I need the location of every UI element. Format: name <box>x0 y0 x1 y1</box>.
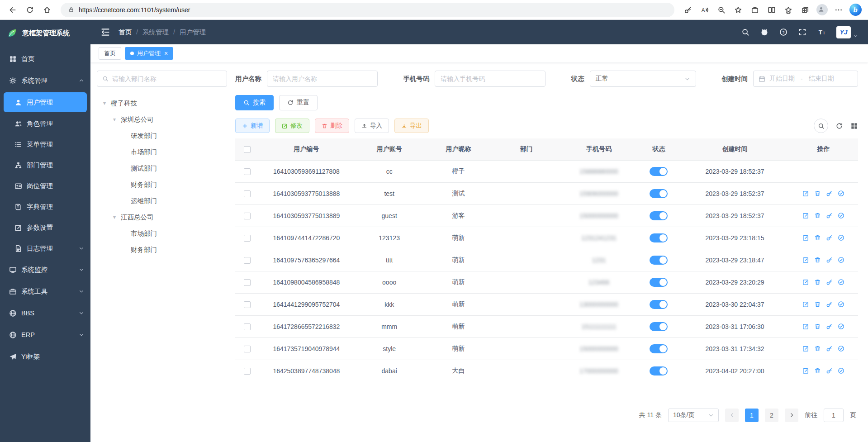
sidebar-item-system-management[interactable]: 系统管理 <box>0 70 90 91</box>
assign-role-icon[interactable] <box>838 367 844 374</box>
status-toggle[interactable] <box>650 300 668 309</box>
edit-icon[interactable] <box>802 190 809 197</box>
row-checkbox[interactable] <box>244 346 251 352</box>
import-button[interactable]: 导入 <box>355 119 389 133</box>
tree-expand-caret[interactable]: ▾ <box>111 214 118 220</box>
delete-icon[interactable] <box>814 279 821 285</box>
browser-refresh-button[interactable] <box>22 2 38 18</box>
edit-icon[interactable] <box>802 367 809 374</box>
edit-icon[interactable] <box>802 234 809 241</box>
search-button[interactable]: 搜索 <box>235 95 274 110</box>
reset-password-icon[interactable] <box>826 212 833 219</box>
prev-page-button[interactable] <box>725 409 739 422</box>
sidebar-item-system-tools[interactable]: 系统工具 <box>0 280 90 302</box>
status-toggle[interactable] <box>650 344 668 353</box>
date-range-picker[interactable]: 开始日期 - 结束日期 <box>753 71 858 87</box>
breadcrumb-item[interactable]: 系统管理 <box>142 28 169 37</box>
tree-expand-caret[interactable]: ▾ <box>111 116 118 123</box>
tree-node[interactable]: 测试部门 <box>97 160 227 176</box>
browser-address-bar[interactable]: https://ccnetcore.com:1101/system/user <box>61 3 674 17</box>
edit-button[interactable]: 修改 <box>275 119 309 133</box>
edit-icon[interactable] <box>802 301 809 308</box>
delete-icon[interactable] <box>814 323 821 330</box>
delete-icon[interactable] <box>814 257 821 263</box>
goto-page-input[interactable] <box>824 409 844 422</box>
row-checkbox[interactable] <box>244 168 251 175</box>
tree-node[interactable]: 财务部门 <box>97 176 227 193</box>
sidebar-item-dept-management[interactable]: 部门管理 <box>0 155 90 176</box>
sidebar-collapse-icon[interactable] <box>100 27 110 37</box>
tree-node[interactable]: 市场部门 <box>97 225 227 242</box>
browser-split-screen-button[interactable] <box>764 2 780 18</box>
page-size-select[interactable]: 10条/页 <box>668 409 719 422</box>
reset-password-icon[interactable] <box>826 190 833 197</box>
font-size-button[interactable]: TT <box>817 28 825 36</box>
delete-icon[interactable] <box>814 345 821 352</box>
sidebar-item-system-monitor[interactable]: 系统监控 <box>0 259 90 280</box>
browser-zoom-button[interactable] <box>713 2 730 18</box>
department-search-input[interactable] <box>112 75 222 82</box>
row-checkbox[interactable] <box>244 279 251 286</box>
status-toggle[interactable] <box>650 278 668 287</box>
row-checkbox[interactable] <box>244 301 251 308</box>
delete-icon[interactable] <box>814 190 821 197</box>
assign-role-icon[interactable] <box>838 345 844 352</box>
edit-icon[interactable] <box>802 212 809 219</box>
delete-button[interactable]: 删除 <box>315 119 349 133</box>
reset-password-icon[interactable] <box>826 279 833 285</box>
browser-home-button[interactable] <box>39 2 55 18</box>
browser-more-button[interactable] <box>830 2 847 18</box>
github-button[interactable] <box>760 28 768 36</box>
assign-role-icon[interactable] <box>838 301 844 308</box>
browser-password-key-button[interactable] <box>680 2 696 18</box>
export-button[interactable]: 导出 <box>394 119 429 133</box>
tree-node[interactable]: 研发部门 <box>97 128 227 144</box>
page-button-1[interactable]: 1 <box>745 409 759 422</box>
sidebar-item-post-management[interactable]: 岗位管理 <box>0 176 90 196</box>
sidebar-item-role-management[interactable]: 角色管理 <box>0 113 90 134</box>
reset-password-icon[interactable] <box>826 367 833 374</box>
delete-icon[interactable] <box>814 212 821 219</box>
breadcrumb-item[interactable]: 首页 <box>119 28 132 37</box>
status-toggle[interactable] <box>650 256 668 265</box>
assign-role-icon[interactable] <box>838 190 844 197</box>
browser-read-aloud-button[interactable]: A <box>697 2 713 18</box>
page-button-2[interactable]: 2 <box>765 409 778 422</box>
status-toggle[interactable] <box>650 189 668 198</box>
row-checkbox[interactable] <box>244 190 251 197</box>
assign-role-icon[interactable] <box>838 257 844 263</box>
status-toggle[interactable] <box>650 167 668 176</box>
row-checkbox[interactable] <box>244 368 251 375</box>
help-button[interactable]: ? <box>779 28 787 36</box>
reset-password-icon[interactable] <box>826 234 833 241</box>
row-checkbox[interactable] <box>244 257 251 264</box>
fullscreen-button[interactable] <box>798 28 806 36</box>
sidebar-item-dict-management[interactable]: 字典管理 <box>0 196 90 217</box>
select-all-checkbox[interactable] <box>244 146 251 153</box>
sidebar-item-log-management[interactable]: 日志管理 <box>0 238 90 259</box>
row-checkbox[interactable] <box>244 235 251 242</box>
tree-node[interactable]: 运维部门 <box>97 193 227 209</box>
row-checkbox[interactable] <box>244 213 251 219</box>
status-toggle[interactable] <box>650 211 668 220</box>
assign-role-icon[interactable] <box>838 212 844 219</box>
tab-用户管理[interactable]: 用户管理× <box>125 47 173 60</box>
status-toggle[interactable] <box>650 322 668 331</box>
status-select[interactable]: 正常 <box>590 71 696 87</box>
user-menu[interactable]: YJ <box>836 26 858 38</box>
assign-role-icon[interactable] <box>838 234 844 241</box>
table-search-button[interactable] <box>814 119 828 133</box>
sidebar-item-param-settings[interactable]: 参数设置 <box>0 217 90 238</box>
username-input[interactable] <box>267 71 378 87</box>
next-page-button[interactable] <box>785 409 798 422</box>
tree-node[interactable]: 市场部门 <box>97 144 227 160</box>
status-toggle[interactable] <box>650 366 668 375</box>
sidebar-item-user-management[interactable]: 用户管理 <box>4 92 87 112</box>
edit-icon[interactable] <box>802 279 809 285</box>
tree-node[interactable]: ▾深圳总公司 <box>97 111 227 128</box>
assign-role-icon[interactable] <box>838 323 844 330</box>
tree-expand-caret[interactable]: ▾ <box>101 100 108 106</box>
table-refresh-button[interactable] <box>835 122 843 130</box>
browser-extensions-button[interactable] <box>747 2 763 18</box>
browser-copilot-button[interactable]: b <box>847 2 863 18</box>
